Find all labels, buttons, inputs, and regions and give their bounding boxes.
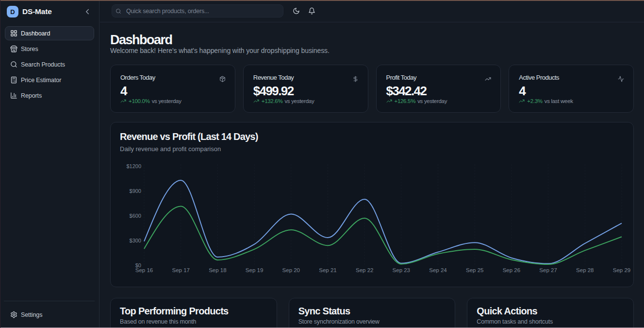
svg-text:Sep 20: Sep 20 [282,267,300,273]
svg-text:Sep 27: Sep 27 [539,267,557,273]
svg-text:Sep 18: Sep 18 [209,267,226,273]
svg-text:$900: $900 [130,188,141,194]
svg-text:Sep 23: Sep 23 [393,267,410,273]
svg-text:Sep 19: Sep 19 [246,267,263,273]
svg-text:Sep 25: Sep 25 [466,267,483,273]
svg-text:$300: $300 [130,238,141,243]
svg-text:$600: $600 [130,213,141,219]
svg-text:Sep 28: Sep 28 [576,267,594,273]
svg-text:Sep 26: Sep 26 [503,267,520,273]
svg-text:Sep 29: Sep 29 [613,267,630,273]
svg-text:Sep 16: Sep 16 [135,267,153,273]
svg-text:Sep 17: Sep 17 [172,267,189,273]
svg-text:Sep 22: Sep 22 [356,267,373,273]
svg-text:Sep 21: Sep 21 [319,267,336,273]
svg-text:Sep 24: Sep 24 [429,267,447,273]
svg-text:$1200: $1200 [126,163,141,169]
